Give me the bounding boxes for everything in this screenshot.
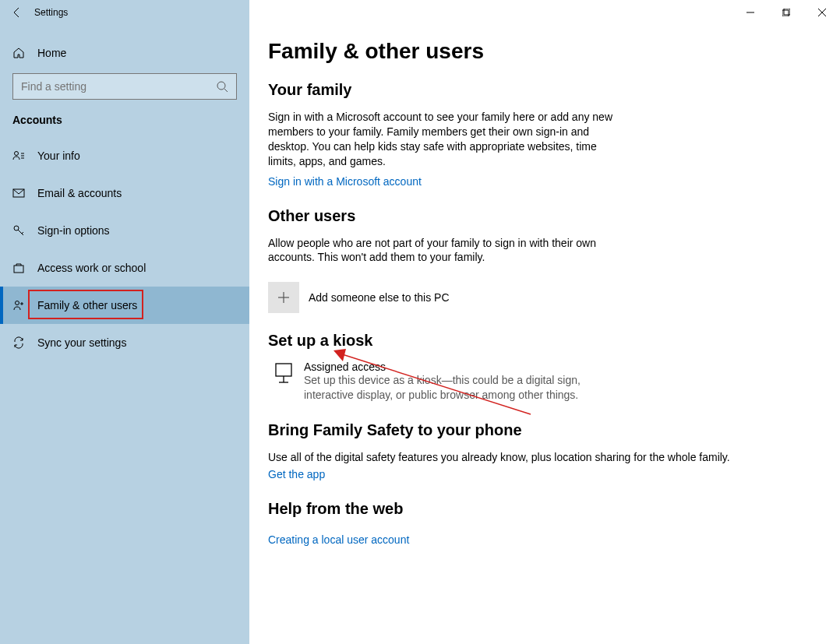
sidebar-item-label: Access work or school bbox=[37, 262, 146, 274]
sidebar-home-label: Home bbox=[37, 47, 66, 59]
svg-line-6 bbox=[224, 89, 228, 92]
sidebar-item-label: Sync your settings bbox=[37, 336, 126, 349]
svg-rect-21 bbox=[276, 364, 291, 376]
svg-point-7 bbox=[15, 152, 19, 156]
back-button[interactable] bbox=[0, 0, 34, 25]
add-someone-label: Add someone else to this PC bbox=[309, 291, 450, 304]
maximize-button[interactable] bbox=[768, 0, 804, 25]
family-safety-heading: Bring Family Safety to your phone bbox=[268, 421, 821, 439]
help-heading: Help from the web bbox=[268, 500, 821, 518]
minimize-button[interactable] bbox=[732, 0, 768, 25]
mail-icon bbox=[12, 187, 25, 199]
other-users-heading: Other users bbox=[268, 207, 821, 225]
assigned-access-name: Assigned access bbox=[304, 361, 631, 373]
sidebar: Home Accounts Your info Email & accounts… bbox=[0, 25, 249, 644]
key-icon bbox=[12, 224, 25, 237]
sidebar-item-email-accounts[interactable]: Email & accounts bbox=[0, 174, 249, 212]
assigned-access-desc: Set up this device as a kiosk—this could… bbox=[304, 373, 631, 403]
other-users-desc: Allow people who are not part of your fa… bbox=[268, 236, 626, 266]
sidebar-item-signin-options[interactable]: Sign-in options bbox=[0, 212, 249, 249]
svg-rect-1 bbox=[782, 10, 789, 16]
svg-point-16 bbox=[16, 301, 19, 305]
page-title: Family & other users bbox=[268, 39, 821, 64]
window-title: Settings bbox=[34, 7, 68, 18]
sidebar-item-family-other-users[interactable]: Family & other users bbox=[0, 287, 249, 324]
svg-rect-15 bbox=[14, 266, 23, 273]
search-box[interactable] bbox=[12, 73, 237, 100]
sidebar-item-sync-settings[interactable]: Sync your settings bbox=[0, 324, 249, 361]
briefcase-icon bbox=[12, 262, 25, 274]
sidebar-item-label: Your info bbox=[37, 150, 80, 162]
sidebar-item-your-info[interactable]: Your info bbox=[0, 137, 249, 174]
sync-icon bbox=[12, 336, 25, 349]
svg-point-5 bbox=[217, 82, 225, 90]
kiosk-icon bbox=[268, 361, 299, 384]
sidebar-item-access-work[interactable]: Access work or school bbox=[0, 249, 249, 287]
sidebar-category: Accounts bbox=[0, 114, 249, 137]
signin-ms-account-link[interactable]: Sign in with a Microsoft account bbox=[268, 175, 422, 188]
svg-rect-2 bbox=[784, 9, 790, 15]
add-someone-button[interactable]: Add someone else to this PC bbox=[268, 282, 821, 313]
sidebar-home[interactable]: Home bbox=[0, 39, 249, 67]
get-the-app-link[interactable]: Get the app bbox=[268, 468, 325, 480]
your-family-desc: Sign in with a Microsoft account to see … bbox=[268, 110, 626, 169]
svg-line-14 bbox=[22, 232, 23, 234]
kiosk-heading: Set up a kiosk bbox=[268, 332, 821, 350]
search-icon bbox=[216, 80, 228, 93]
your-family-heading: Your family bbox=[268, 81, 821, 99]
sidebar-item-label: Sign-in options bbox=[37, 224, 110, 237]
help-link-create-local-user[interactable]: Creating a local user account bbox=[268, 533, 409, 546]
close-button[interactable] bbox=[804, 0, 840, 25]
person-lines-icon bbox=[12, 150, 25, 162]
sidebar-item-label: Family & other users bbox=[37, 299, 137, 311]
assigned-access-button[interactable]: Assigned access Set up this device as a … bbox=[268, 361, 821, 403]
main-content: Family & other users Your family Sign in… bbox=[249, 25, 840, 644]
home-icon bbox=[12, 47, 25, 59]
plus-icon bbox=[268, 282, 299, 313]
search-input[interactable] bbox=[21, 80, 200, 93]
family-safety-desc: Use all of the digital safety features y… bbox=[268, 450, 736, 465]
sidebar-item-label: Email & accounts bbox=[37, 187, 122, 199]
person-plus-icon bbox=[12, 299, 25, 311]
